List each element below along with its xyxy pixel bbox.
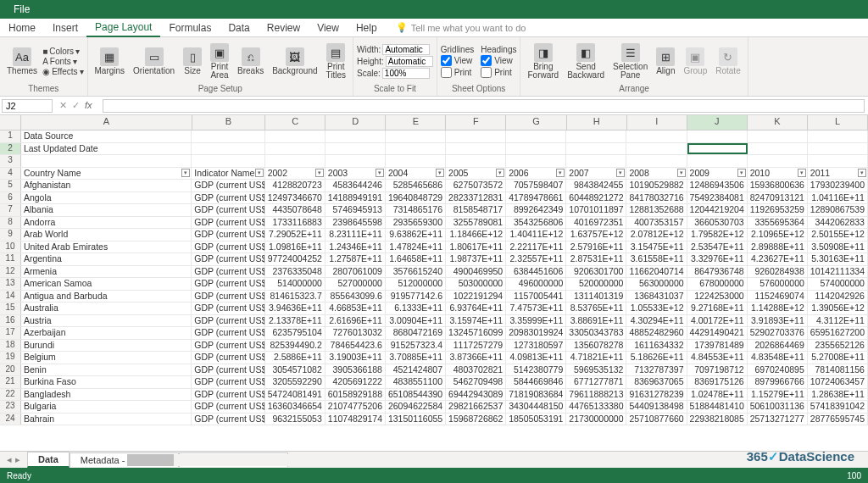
row-header[interactable]: 13 <box>0 278 21 290</box>
cell[interactable]: 4.83548E+11 <box>748 352 808 364</box>
cell[interactable]: 527000000 <box>326 278 386 290</box>
sheet-next-icon[interactable]: ▸ <box>15 454 20 465</box>
cell[interactable]: GDP (current US$ <box>192 291 264 303</box>
cell[interactable]: GDP (current US$ <box>192 327 264 339</box>
cell[interactable]: 1273180597 <box>506 340 566 352</box>
cell[interactable]: 3255789081 <box>446 217 506 229</box>
cell[interactable]: 1368431037 <box>626 291 687 303</box>
cell[interactable]: 2807061009 <box>326 266 386 278</box>
cell[interactable]: 4.30294E+11 <box>626 315 687 327</box>
cell[interactable]: 4.84553E+11 <box>687 352 748 364</box>
themes-button[interactable]: Aa Themes <box>3 46 41 77</box>
column-header[interactable]: F <box>446 115 506 130</box>
row-header[interactable]: 14 <box>0 291 21 303</box>
cell[interactable]: GDP (current US$ <box>192 204 264 216</box>
cell[interactable]: GDP (current US$ <box>192 229 264 241</box>
cell[interactable]: 69442943089 <box>446 389 506 401</box>
cell[interactable]: 97724004252 <box>265 253 326 265</box>
cell[interactable]: 28233712831 <box>446 192 506 204</box>
row-header[interactable]: 10 <box>0 242 21 253</box>
cell[interactable]: 13245716099 <box>446 327 506 339</box>
cell[interactable]: 5969535132 <box>566 364 626 376</box>
gridlines-print-checkbox[interactable]: Print <box>441 67 474 78</box>
tab-help[interactable]: Help <box>348 19 386 36</box>
cell[interactable]: 71819083684 <box>506 389 566 401</box>
cell[interactable]: 2.57916E+11 <box>566 242 626 253</box>
column-header[interactable]: G <box>506 115 566 130</box>
cell[interactable] <box>192 143 264 155</box>
cell[interactable]: 3054571082 <box>265 364 326 376</box>
cell[interactable]: Bahrain <box>21 414 192 425</box>
cell[interactable] <box>446 155 506 167</box>
fonts-button[interactable]: A Fonts ▾ <box>42 57 83 66</box>
cell[interactable]: GDP (current US$ <box>192 278 264 290</box>
row-header[interactable]: 12 <box>0 266 21 278</box>
row-header[interactable]: 4 <box>0 168 21 180</box>
cell[interactable]: United Arab Emirates <box>21 242 192 253</box>
cell[interactable]: 814615323.7 <box>265 291 326 303</box>
cell[interactable]: 1.18466E+12 <box>446 229 506 241</box>
cancel-icon[interactable]: ✕ <box>59 100 67 111</box>
cell[interactable]: 2008▾ <box>626 168 687 180</box>
effects-button[interactable]: ◉ Effects ▾ <box>42 67 83 76</box>
confirm-icon[interactable]: ✓ <box>72 100 80 111</box>
cell[interactable]: 1.79582E+12 <box>687 229 748 241</box>
cell[interactable]: 5746945913 <box>326 204 386 216</box>
breaks-button[interactable]: ⎌Breaks <box>234 46 267 77</box>
cell[interactable]: 21730000000 <box>566 414 626 425</box>
cell[interactable]: 2.22117E+11 <box>506 242 566 253</box>
cell[interactable]: Indicator Name▾ <box>192 168 264 180</box>
cell[interactable]: 8.53765E+11 <box>566 303 626 314</box>
cell[interactable]: 2009▾ <box>687 168 748 180</box>
selection-pane-button[interactable]: ☰Selection Pane <box>609 42 651 81</box>
cell[interactable]: 6235795104 <box>265 327 326 339</box>
cell[interactable]: 1.15279E+11 <box>748 389 808 401</box>
cell[interactable]: 3355695364 <box>748 217 808 229</box>
cell[interactable]: GDP (current US$ <box>192 180 264 192</box>
cell[interactable]: 3205592290 <box>265 376 326 388</box>
filter-icon[interactable]: ▾ <box>858 169 866 177</box>
cell[interactable] <box>446 130 506 142</box>
file-tab[interactable]: File <box>0 0 43 19</box>
cell[interactable]: GDP (current US$ <box>192 253 264 265</box>
cell[interactable] <box>687 130 748 142</box>
cell[interactable] <box>808 155 868 167</box>
row-header[interactable]: 16 <box>0 315 21 327</box>
cell[interactable] <box>626 155 687 167</box>
cell[interactable]: Azerbaijan <box>21 327 192 339</box>
cell[interactable] <box>326 155 386 167</box>
cell[interactable]: 6384451606 <box>506 266 566 278</box>
cell[interactable]: 84178032716 <box>626 192 687 204</box>
cell[interactable]: GDP (current US$ <box>192 340 264 352</box>
cell[interactable]: 11074829174 <box>326 414 386 425</box>
cell[interactable]: 14188949191 <box>326 192 386 204</box>
cell[interactable]: 1152469074 <box>748 291 808 303</box>
cell[interactable]: 12044219204 <box>687 204 748 216</box>
cell[interactable]: 2376335048 <box>265 266 326 278</box>
cell[interactable]: GDP (current US$ <box>192 303 264 314</box>
row-header[interactable]: 22 <box>0 389 21 401</box>
tab-view[interactable]: View <box>309 19 348 36</box>
filter-icon[interactable]: ▾ <box>556 169 565 177</box>
cell[interactable]: 855643099.6 <box>326 291 386 303</box>
cell[interactable]: 4.66853E+11 <box>326 303 386 314</box>
cell[interactable] <box>566 143 626 155</box>
cell[interactable]: 9.63862E+11 <box>386 229 446 241</box>
cell[interactable]: Bulgaria <box>21 401 192 413</box>
cell[interactable]: 12881352688 <box>626 204 687 216</box>
cell[interactable]: 2006▾ <box>506 168 566 180</box>
cell[interactable]: 8992642349 <box>506 204 566 216</box>
scale-select[interactable] <box>382 68 430 79</box>
cell[interactable]: 7097198712 <box>687 364 748 376</box>
cell[interactable]: 57418391042 <box>808 401 868 413</box>
cell[interactable]: 25710877660 <box>626 414 687 425</box>
cell[interactable]: 8369175126 <box>687 376 748 388</box>
cell[interactable]: 60158929188 <box>326 389 386 401</box>
column-header[interactable]: D <box>326 115 386 130</box>
cell[interactable]: GDP (current US$ <box>192 389 264 401</box>
cell[interactable]: Belgium <box>21 352 192 364</box>
cell[interactable]: 44291490421 <box>687 327 748 339</box>
column-header[interactable]: C <box>265 115 326 130</box>
cell[interactable] <box>265 130 326 142</box>
cell[interactable]: 3.91893E+11 <box>748 315 808 327</box>
